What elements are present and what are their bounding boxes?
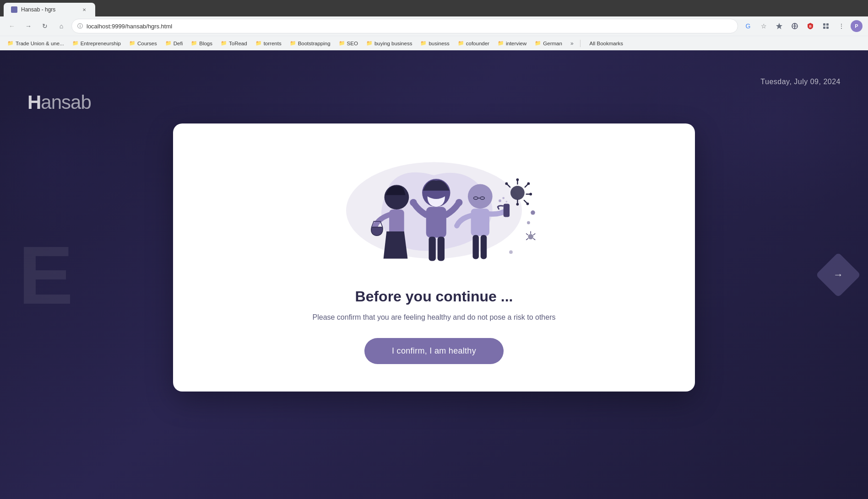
illustration-container	[324, 146, 544, 274]
bookmark-trade-union[interactable]: 📁 Trade Union & une...	[4, 38, 68, 48]
reload-button[interactable]: ↻	[38, 20, 51, 32]
tab-close-button[interactable]: ✕	[81, 6, 88, 13]
bookmark-label: business	[429, 41, 449, 46]
bookmark-german[interactable]: 📁 German	[531, 38, 566, 48]
divider	[580, 40, 580, 47]
svg-point-11	[410, 199, 417, 206]
folder-icon: 📁	[255, 40, 262, 46]
bookmark-label: Entrepreneurship	[81, 41, 121, 46]
bookmark-label: torrents	[264, 41, 282, 46]
svg-line-28	[525, 184, 528, 187]
bookmark-label: Courses	[137, 41, 157, 46]
bookmark-label: interview	[506, 41, 526, 46]
svg-line-44	[526, 234, 528, 235]
folder-icon: 📁	[165, 40, 172, 46]
svg-rect-13	[429, 237, 435, 261]
svg-rect-3	[826, 23, 829, 26]
bookmark-label: Blogs	[199, 41, 212, 46]
svg-rect-10	[426, 207, 446, 237]
logo-bold-h: H	[27, 91, 41, 113]
svg-point-40	[528, 234, 533, 240]
next-nav-button[interactable]: →	[816, 252, 861, 297]
bookmark-interview[interactable]: 📁 interview	[494, 38, 530, 48]
url-display: localhost:9999/hansab/hgrs.html	[87, 23, 172, 30]
site-logo: Hansab	[27, 91, 91, 113]
tab-bar: Hansab - hgrs ✕	[0, 0, 868, 16]
svg-point-35	[516, 203, 519, 206]
folder-icon: 📁	[339, 40, 345, 46]
confirm-healthy-button[interactable]: I confirm, I am healthy	[364, 338, 504, 364]
all-bookmarks-button[interactable]: All Bookmarks	[586, 39, 627, 48]
translate-icon[interactable]: G	[742, 20, 754, 32]
svg-point-39	[527, 221, 530, 225]
tab-favicon	[11, 6, 17, 13]
bookmark-business[interactable]: 📁 business	[417, 38, 453, 48]
svg-rect-18	[471, 209, 489, 236]
svg-point-21	[502, 197, 505, 199]
svg-point-20	[499, 199, 501, 202]
logo-rest: ansab	[41, 91, 91, 113]
active-tab[interactable]: Hansab - hgrs ✕	[4, 3, 95, 16]
svg-line-42	[533, 234, 535, 235]
bookmark-defi[interactable]: 📁 Defi	[162, 38, 186, 48]
bookmarks-bar: 📁 Trade Union & une... 📁 Entrepreneurshi…	[0, 36, 868, 50]
folder-icon: 📁	[458, 40, 464, 46]
bookmark-bootstrapping[interactable]: 📁 Bootstrapping	[286, 38, 334, 48]
svg-rect-19	[504, 204, 510, 217]
bookmark-star-icon[interactable]: ☆	[757, 20, 770, 32]
shield-icon[interactable]: B	[804, 20, 817, 32]
folder-icon: 📁	[535, 40, 541, 46]
bookmark-blogs[interactable]: 📁 Blogs	[187, 38, 216, 48]
profile-avatar[interactable]: P	[851, 20, 863, 32]
folder-icon: 📁	[7, 40, 14, 46]
bookmark-label: Trade Union & une...	[16, 41, 64, 46]
svg-rect-23	[472, 235, 478, 259]
svg-text:B: B	[809, 25, 811, 28]
date-display: Tuesday, July 09, 2024	[760, 78, 841, 86]
bookmark-label: ToRead	[229, 41, 247, 46]
bookmark-cofounder[interactable]: 📁 cofounder	[454, 38, 493, 48]
svg-point-25	[510, 186, 525, 200]
bookmark-label: buying business	[374, 41, 412, 46]
svg-rect-2	[823, 23, 825, 26]
bookmark-courses[interactable]: 📁 Courses	[125, 38, 161, 48]
bookmark-buying-business[interactable]: 📁 buying business	[363, 38, 416, 48]
folder-icon: 📁	[129, 40, 136, 46]
card-title: Before you continue ...	[355, 288, 513, 305]
svg-point-27	[516, 178, 519, 181]
bookmark-seo[interactable]: 📁 SEO	[335, 38, 362, 48]
bookmark-label: Defi	[174, 41, 183, 46]
bookmark-toread[interactable]: 📁 ToRead	[217, 38, 251, 48]
bookmark-label: German	[543, 41, 562, 46]
browser-chrome: Hansab - hgrs ✕ ← → ↻ ⌂ ⓘ localhost:9999…	[0, 0, 868, 50]
arrow-right-icon: →	[833, 269, 843, 281]
folder-icon: 📁	[366, 40, 373, 46]
folder-icon: 📁	[290, 40, 296, 46]
svg-rect-4	[823, 27, 825, 29]
bookmarks-more-button[interactable]: »	[568, 38, 576, 48]
svg-line-43	[533, 238, 535, 240]
page-background: Tuesday, July 09, 2024 Hansab E →	[0, 50, 868, 499]
svg-point-33	[526, 203, 529, 205]
bookmark-label: cofounder	[466, 41, 489, 46]
extension-icon[interactable]	[819, 20, 832, 32]
svg-point-22	[505, 201, 507, 203]
svg-rect-14	[438, 237, 445, 261]
svg-line-45	[526, 238, 528, 240]
vpn-icon[interactable]	[788, 20, 801, 32]
svg-point-46	[509, 250, 513, 254]
back-button[interactable]: ←	[5, 20, 18, 32]
svg-point-15	[468, 184, 493, 209]
bookmark-entrepreneurship[interactable]: 📁 Entrepreneurship	[69, 38, 125, 48]
menu-icon[interactable]: ⋮	[835, 20, 848, 32]
bookmark-torrents[interactable]: 📁 torrents	[252, 38, 285, 48]
address-bar[interactable]: ⓘ localhost:9999/hansab/hgrs.html	[71, 19, 738, 33]
folder-icon: 📁	[221, 40, 227, 46]
brave-rewards-icon[interactable]	[773, 20, 786, 32]
svg-rect-24	[481, 235, 487, 259]
home-button[interactable]: ⌂	[55, 20, 68, 32]
svg-point-37	[505, 182, 508, 185]
svg-line-32	[524, 200, 527, 203]
forward-button[interactable]: →	[22, 20, 35, 32]
watermark-letter: E	[18, 227, 69, 322]
